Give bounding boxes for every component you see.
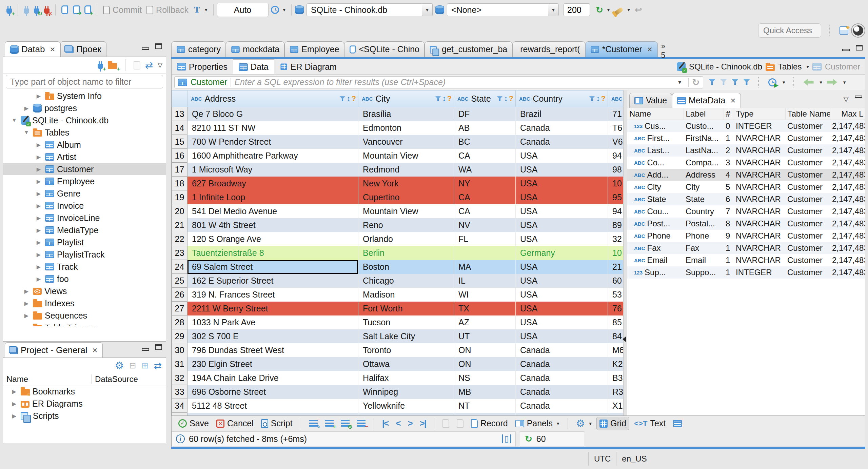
cell-country[interactable]: USA — [516, 329, 608, 343]
cell-state[interactable] — [454, 246, 516, 260]
calc-panel-button[interactable] — [670, 419, 685, 429]
cell-table-name[interactable]: Customer — [785, 205, 830, 218]
tree-item[interactable]: ▶ Artist — [3, 151, 166, 163]
cell-label[interactable]: Country — [684, 205, 724, 218]
cell-clipped[interactable]: B3 — [608, 371, 624, 385]
auto-refresh-box[interactable]: ↻ 60 — [520, 431, 584, 446]
sort-icon[interactable]: ↕ — [596, 94, 600, 103]
cell-state[interactable]: NT — [454, 399, 516, 413]
filter-field[interactable]: Customer Enter a SQL expression to filte… — [174, 76, 703, 88]
cell-country[interactable]: Canada — [516, 135, 608, 149]
cell-type[interactable]: NVARCHAR — [734, 230, 785, 242]
cell-state[interactable]: CA — [454, 204, 516, 218]
cell-city[interactable]: Toronto — [358, 343, 454, 357]
panels-button[interactable]: Panels▾ — [513, 417, 562, 430]
cell-country[interactable]: Brazil — [516, 107, 608, 121]
transaction-history-button[interactable]: ▾ — [269, 4, 288, 16]
tree-expander-icon[interactable]: ▶ — [35, 251, 42, 258]
row-number-cell[interactable]: 31 — [172, 357, 188, 371]
close-icon[interactable]: ✕ — [730, 97, 736, 105]
cell-clipped[interactable]: 95 — [608, 190, 624, 204]
cell-address[interactable]: 541 Del Medio Avenue — [188, 204, 358, 218]
tree-expander-icon[interactable]: ▶ — [35, 239, 42, 246]
tree-expander-icon[interactable]: ▶ — [35, 276, 42, 282]
tree-expander-icon[interactable]: ▶ — [35, 154, 42, 160]
editor-tab[interactable]: mockdata ✕ — [226, 41, 284, 57]
cell-table-name[interactable]: Customer — [785, 193, 830, 205]
grid-column-header[interactable]: ABC State ↕ ? — [454, 90, 516, 107]
cell-address[interactable]: 194A Chain Lake Drive — [188, 371, 358, 385]
select-row-button[interactable] — [454, 418, 466, 429]
editor-tab[interactable]: <SQLite - Chino ✕ — [344, 41, 425, 57]
cell-clipped[interactable]: 84 — [608, 329, 624, 343]
cell-ordinal[interactable]: 2 — [724, 144, 734, 157]
cell-address[interactable]: Tauentzienstraße 8 — [188, 246, 358, 260]
cell-clipped[interactable]: 21 — [608, 260, 624, 274]
minimize-button[interactable] — [842, 49, 850, 51]
cell-column-name[interactable]: 123 Sup... — [627, 266, 684, 279]
new-connection-button[interactable]: + — [98, 64, 103, 69]
cell-ordinal[interactable]: 0 — [724, 120, 734, 132]
cell-state[interactable]: NS — [454, 371, 516, 385]
cell-max-length[interactable]: 2,147,483 — [830, 193, 865, 205]
tab-overflow-button[interactable]: » 5 — [658, 42, 669, 60]
row-number-cell[interactable]: 20 — [172, 204, 188, 218]
cell-state[interactable]: MB — [454, 385, 516, 399]
cell-city[interactable]: Salt Lake City — [358, 329, 454, 343]
tree-expander-icon[interactable]: ▶ — [35, 93, 42, 99]
new-sql-editor-button[interactable]: + — [82, 3, 94, 16]
fetch-size-input[interactable] — [564, 3, 590, 16]
tree-expander-icon[interactable]: ▶ — [35, 142, 42, 148]
cell-city[interactable]: Halifax — [358, 371, 454, 385]
cell-table-name[interactable]: Customer — [785, 120, 830, 132]
cell-label[interactable]: Email — [684, 254, 724, 266]
maximize-button[interactable] — [155, 43, 162, 49]
cell-country[interactable]: USA — [516, 177, 608, 190]
cell-clipped[interactable]: 89 — [608, 218, 624, 232]
project-tree-item[interactable]: ▶ ER Diagrams — [3, 397, 166, 410]
row-number-cell[interactable]: 15 — [172, 135, 188, 149]
row-number-cell[interactable]: 14 — [172, 121, 188, 135]
cell-table-name[interactable]: Customer — [785, 157, 830, 169]
cell-address[interactable]: 302 S 700 E — [188, 329, 358, 343]
cell-max-length[interactable]: 2,147,483 — [830, 242, 865, 254]
grid-corner-cell[interactable] — [172, 90, 188, 107]
link-with-editor-button[interactable]: ⇄ — [154, 360, 162, 371]
dropdown-button[interactable]: ▼ — [422, 4, 432, 16]
cell-label[interactable]: FirstNa... — [684, 132, 724, 144]
cell-clipped[interactable]: T6 — [608, 121, 624, 135]
cell-address[interactable]: 69 Salem Street — [188, 260, 358, 274]
new-connection-button[interactable]: + — [4, 4, 14, 16]
cell-country[interactable]: Canada — [516, 357, 608, 371]
tab-projects[interactable]: Проек — [60, 41, 106, 57]
cell-label[interactable]: LastNa... — [684, 144, 724, 157]
rollback-button[interactable]: Rollback — [144, 3, 191, 17]
cell-table-name[interactable]: Customer — [785, 242, 830, 254]
tree-item[interactable]: ▶ InvoiceLine — [3, 212, 166, 224]
tree-item[interactable]: ▶ Table Triggers — [3, 322, 166, 326]
cell-city[interactable]: Winnipeg — [358, 385, 454, 399]
cell-table-name[interactable]: Customer — [785, 132, 830, 144]
tree-expander-icon[interactable]: ▶ — [23, 105, 30, 111]
row-number-cell[interactable]: 30 — [172, 343, 188, 357]
row-number-cell[interactable]: 17 — [172, 163, 188, 177]
cell-max-length[interactable]: 2,147,483 — [830, 120, 865, 132]
cell-clipped[interactable]: 94 — [608, 204, 624, 218]
grid-view-button[interactable]: Grid — [596, 417, 629, 430]
cell-state[interactable]: CA — [454, 190, 516, 204]
cell-type[interactable]: NVARCHAR — [734, 242, 785, 254]
minimize-button[interactable] — [142, 47, 149, 50]
cell-type[interactable]: NVARCHAR — [734, 193, 785, 205]
cell-state[interactable]: IL — [454, 274, 516, 288]
row-number-cell[interactable]: 27 — [172, 302, 188, 315]
close-icon[interactable]: ✕ — [50, 45, 55, 54]
cell-address[interactable]: 1600 Amphitheatre Parkway — [188, 149, 358, 163]
tree-item[interactable]: ▶ Views — [3, 285, 166, 297]
cell-ordinal[interactable]: 5 — [724, 181, 734, 193]
tree-expander-icon[interactable]: ▼ — [11, 117, 18, 123]
cell-country[interactable]: USA — [516, 232, 608, 246]
cell-column-name[interactable]: ABC Co... — [627, 157, 684, 169]
tree-expander-icon[interactable]: ▼ — [23, 129, 30, 136]
cell-state[interactable]: WA — [454, 163, 516, 177]
tree-expander-icon[interactable]: ▶ — [11, 388, 18, 395]
